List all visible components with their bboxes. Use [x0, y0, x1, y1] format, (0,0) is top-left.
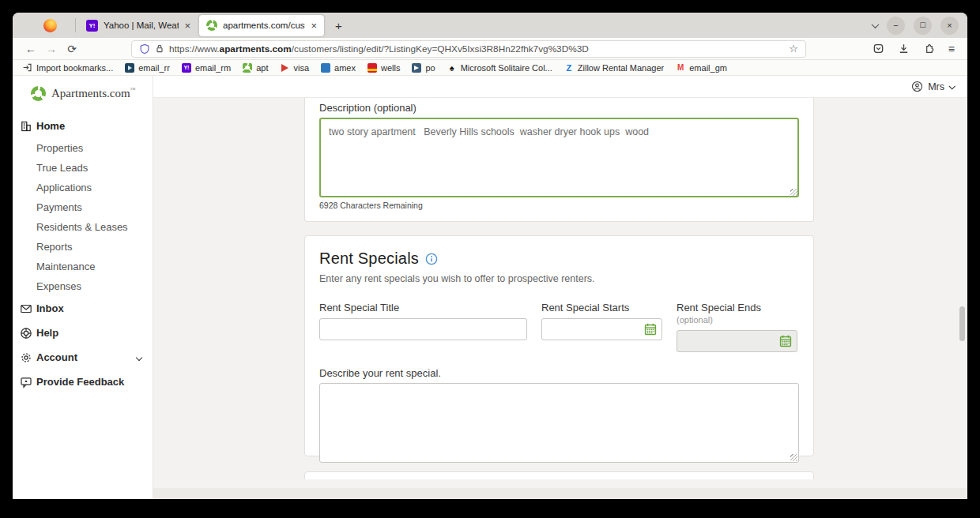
tracking-shield-icon[interactable]: [139, 43, 150, 54]
describe-rent-special-label: Describe your rent special.: [319, 367, 799, 379]
tab-yahoo[interactable]: Y! Yahoo | Mail, Weather, Se ×: [79, 13, 198, 38]
rent-special-title-input[interactable]: [319, 318, 527, 340]
rent-special-starts-label: Rent Special Starts: [541, 302, 662, 313]
rent-special-title-label: Rent Special Title: [319, 302, 527, 313]
resize-handle[interactable]: [790, 454, 797, 461]
sidebar-item-payments[interactable]: Payments: [13, 197, 153, 217]
bottom-band: [153, 479, 967, 488]
maximize-button[interactable]: ☐: [914, 17, 932, 35]
sidebar-item-help[interactable]: Help: [13, 321, 153, 345]
chevron-down-icon[interactable]: [948, 83, 955, 89]
tab-apartments[interactable]: apartments.com/customers ×: [199, 15, 324, 36]
firefox-icon[interactable]: [43, 19, 57, 32]
rent-special-description-textarea[interactable]: [319, 383, 799, 463]
extensions-icon[interactable]: [923, 43, 935, 54]
visa-favicon: [280, 63, 289, 73]
user-menu-label[interactable]: Mrs: [928, 81, 944, 92]
bookmark-zillow[interactable]: Z Zillow Rental Manager: [564, 63, 664, 73]
rent-special-ends-label: Rent Special Ends (optional): [677, 302, 797, 325]
lock-icon[interactable]: [155, 43, 164, 54]
sidebar-item-expenses[interactable]: Expenses: [13, 276, 153, 296]
forward-button[interactable]: →: [41, 43, 62, 55]
bookmark-email-rr[interactable]: email_rr: [125, 63, 170, 73]
life-ring-icon: [20, 327, 32, 340]
usps-favicon: [412, 63, 421, 73]
bookmark-wells[interactable]: wells: [368, 63, 400, 73]
description-label: Description (optional): [319, 102, 799, 114]
sidebar: Apartments.com™ Home Properties True Lea…: [13, 76, 153, 499]
calendar-icon[interactable]: [644, 323, 657, 336]
apartments-favicon: [206, 20, 217, 31]
solitaire-favicon: ♠: [447, 63, 457, 73]
tab-close-icon[interactable]: ×: [311, 20, 317, 32]
building-icon: [20, 120, 32, 133]
feedback-bubble-icon: [20, 376, 32, 388]
chevron-down-icon[interactable]: [136, 354, 142, 360]
bookmark-amex[interactable]: amex: [321, 63, 356, 73]
zillow-favicon: Z: [564, 63, 574, 73]
sidebar-item-maintenance[interactable]: Maintenance: [13, 257, 153, 276]
gmail-favicon: M: [676, 63, 685, 73]
url-text: https://www.apartments.com/customers/lis…: [169, 43, 589, 54]
envelope-icon: [20, 302, 32, 315]
sidebar-nav: Home Properties True Leads Applications …: [13, 114, 153, 394]
bottom-band: [153, 488, 967, 499]
sidebar-item-properties[interactable]: Properties: [13, 138, 153, 158]
import-icon: [22, 62, 32, 73]
email-rr-favicon: [125, 63, 134, 73]
characters-remaining: 6928 Characters Remaining: [319, 201, 799, 210]
app-header: Mrs: [153, 76, 967, 98]
browser-window: Y! Yahoo | Mail, Weather, Se × apartment…: [13, 13, 967, 499]
apartments-logo-icon: [31, 86, 46, 101]
sidebar-item-account[interactable]: Account: [13, 345, 153, 370]
downloads-icon[interactable]: [898, 43, 910, 54]
sidebar-item-true-leads[interactable]: True Leads: [13, 158, 153, 178]
close-button[interactable]: ×: [940, 17, 959, 35]
nav-toolbar: ← → ⟳ https://www.apartments.com/custome…: [13, 38, 967, 60]
sidebar-item-applications[interactable]: Applications: [13, 178, 153, 197]
bookmark-apt[interactable]: apt: [243, 63, 268, 73]
url-bar[interactable]: https://www.apartments.com/customers/lis…: [131, 40, 806, 58]
description-textarea[interactable]: two story apartment Beverly Hills school…: [319, 118, 799, 197]
description-card: Description (optional) two story apartme…: [304, 98, 814, 222]
bookmark-po[interactable]: po: [412, 63, 435, 73]
rent-specials-title: Rent Specials: [319, 250, 419, 268]
info-icon[interactable]: [425, 253, 438, 265]
calendar-icon: [779, 335, 792, 347]
sidebar-item-inbox[interactable]: Inbox: [13, 296, 153, 321]
vertical-scrollbar[interactable]: [959, 306, 965, 341]
apartments-favicon: [243, 63, 252, 73]
page-content: Description (optional) two story apartme…: [153, 98, 967, 499]
amex-favicon: [321, 63, 330, 73]
menu-icon[interactable]: ≡: [948, 43, 955, 55]
yahoo-favicon: Y!: [86, 20, 98, 32]
rent-specials-subtitle: Enter any rent specials you wish to offe…: [319, 273, 799, 284]
tab-strip: Y! Yahoo | Mail, Weather, Se × apartment…: [13, 13, 967, 38]
resize-handle[interactable]: [790, 189, 797, 196]
pocket-icon[interactable]: [873, 43, 884, 54]
bookmark-import[interactable]: Import bookmarks...: [22, 62, 113, 73]
bookmark-visa[interactable]: visa: [280, 63, 309, 73]
bookmark-email-rm[interactable]: Y! email_rm: [182, 63, 231, 73]
rent-specials-card: Rent Specials Enter any rent specials yo…: [304, 235, 814, 456]
gear-icon: [20, 351, 32, 364]
sidebar-item-home[interactable]: Home: [13, 114, 153, 138]
yahoo-favicon: Y!: [182, 63, 191, 73]
bookmark-email-gm[interactable]: M email_gm: [676, 63, 727, 73]
user-avatar-icon: [911, 81, 923, 92]
reload-button[interactable]: ⟳: [62, 43, 82, 55]
bookmarks-bar: Import bookmarks... email_rr Y! email_rm…: [13, 60, 967, 76]
bookmark-solitaire[interactable]: ♠ Microsoft Solitaire Col...: [447, 63, 552, 73]
tab-close-icon[interactable]: ×: [184, 20, 190, 32]
list-all-tabs-icon[interactable]: [872, 21, 880, 28]
back-button[interactable]: ←: [21, 43, 41, 55]
sidebar-item-reports[interactable]: Reports: [13, 237, 153, 257]
minimize-button[interactable]: −: [887, 17, 905, 35]
bookmark-star-icon[interactable]: ☆: [789, 43, 798, 54]
apartments-logo[interactable]: Apartments.com™: [13, 76, 153, 101]
sidebar-item-residents-leases[interactable]: Residents & Leases: [13, 217, 153, 237]
tab-label: Yahoo | Mail, Weather, Se: [104, 21, 179, 30]
wells-favicon: [368, 63, 377, 73]
new-tab-button[interactable]: +: [326, 19, 352, 32]
sidebar-item-provide-feedback[interactable]: Provide Feedback: [13, 370, 153, 394]
